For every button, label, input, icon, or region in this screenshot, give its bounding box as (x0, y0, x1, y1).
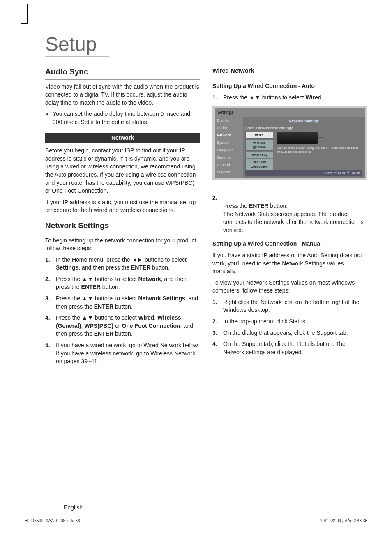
ns-step-3: 3. Press the ▲▼ buttons to select Networ… (45, 295, 200, 311)
opt-wps: WPS(PBC) (245, 152, 273, 159)
footer-line: HT-D5500_XAA_0208.indd 38 2011-02-09 ¿ÀÀ… (25, 519, 367, 523)
opt-wireless: Wireless (general) (245, 140, 273, 151)
device-icon (277, 132, 318, 144)
right-column: Wired Network Setting Up a Wired Connect… (212, 61, 367, 369)
footer-date: 2011-02-09 ¿ÀÀü 2:43:35 (320, 519, 367, 523)
heading-audio-sync: Audio Sync (45, 67, 200, 80)
ns-step-1: 1. In the Home menu, press the ◄► button… (45, 256, 200, 272)
opt-wired: Wired (245, 132, 273, 139)
settings-main: Network Settings Select a network connec… (243, 117, 365, 177)
page: Setup Audio Sync Video may fall out of s… (0, 0, 392, 537)
audio-sync-desc: Video may fall out of sync with the audi… (45, 83, 200, 107)
manual-step-1: 1.Right click the Network icon on the bo… (212, 298, 367, 314)
nav-security: Security (215, 154, 243, 161)
auto-steps-2: 2. Press the ENTER button. The Network S… (212, 186, 367, 235)
ns-step-2: 2. Press the ▲▼ buttons to select Networ… (45, 275, 200, 291)
auto-step-2: 2. Press the ENTER button. The Network S… (212, 186, 367, 235)
heading-wired-auto: Setting Up a Wired Connection - Auto (212, 82, 367, 90)
network-desc-1: Before you begin, contact your ISP to fi… (45, 147, 200, 195)
network-desc-2: If your IP address is static, you must u… (45, 198, 200, 214)
settings-window: Settings Display Audio Network System La… (215, 108, 365, 177)
crop-mark-tr (371, 4, 371, 23)
left-column: Audio Sync Video may fall out of sync wi… (45, 61, 200, 369)
nav-support: Support (215, 169, 243, 176)
manual-steps: 1.Right click the Network icon on the bo… (212, 298, 367, 357)
ns-steps: 1. In the Home menu, press the ◄► button… (45, 256, 200, 366)
settings-subtitle: Select a network connection type. (245, 126, 362, 130)
footer-language: English (64, 504, 83, 511)
settings-options: Wired Wireless (general) WPS(PBC) One Fo… (245, 132, 273, 170)
manual-step-4: 4.On the Support tab, click the Details … (212, 340, 367, 356)
nav-audio: Audio (215, 124, 243, 132)
settings-main-title: Network Settings (245, 119, 362, 124)
manual-step-3: 3.On the dialog that appears, click the … (212, 329, 367, 337)
footer-file: HT-D5500_XAA_0208.indd 38 (25, 519, 80, 523)
heading-wired-network: Wired Network (212, 67, 367, 76)
settings-option-desc: Connect to the network using LAN cable. … (275, 132, 362, 170)
hint-enter-icon: ⏎ (333, 171, 338, 175)
settings-window-title: Settings (215, 108, 365, 117)
nav-network: Network (215, 132, 243, 139)
columns: Audio Sync Video may fall out of sync wi… (25, 61, 367, 369)
section-bar-network: Network (45, 133, 200, 143)
hint-return-icon: ↺ (346, 171, 350, 175)
manual-step-2: 2.In the pop-up menu, click Status. (212, 318, 367, 326)
settings-nav: Display Audio Network System Language Se… (215, 117, 243, 177)
manual-desc-2: To view your Network Settings values on … (212, 279, 367, 295)
nav-language: Language (215, 147, 243, 154)
heading-wired-manual: Setting Up a Wired Connection - Manual (212, 240, 367, 248)
settings-screenshot: Settings Display Audio Network System La… (212, 106, 367, 180)
page-title: Setup (45, 33, 109, 57)
nav-display: Display (215, 117, 243, 124)
ns-step-4: 4. Press the ▲▼ buttons to select Wired,… (45, 314, 200, 338)
auto-steps: 1. Press the ▲▼ buttons to select Wired. (212, 94, 367, 102)
ns-step-5: 5. If you have a wired network, go to Wi… (45, 341, 200, 366)
settings-options-row: Wired Wireless (general) WPS(PBC) One Fo… (245, 132, 362, 170)
nav-system: System (215, 139, 243, 147)
settings-nav-hints: ↕ Move ⏎ Enter ↺ Return (245, 170, 362, 176)
settings-body: Display Audio Network System Language Se… (215, 117, 365, 177)
crop-mark-tl (21, 4, 28, 24)
ns-intro: To begin setting up the network connecti… (45, 237, 200, 253)
manual-desc-1: If you have a static IP address or the A… (212, 251, 367, 276)
nav-general: General (215, 161, 243, 169)
opt-onefoot: One Foot Connection (245, 159, 273, 170)
audio-delay-bullet: You can set the audio delay time between… (53, 110, 200, 126)
auto-step-1: 1. Press the ▲▼ buttons to select Wired. (212, 94, 367, 102)
heading-network-settings: Network Settings (45, 220, 200, 233)
